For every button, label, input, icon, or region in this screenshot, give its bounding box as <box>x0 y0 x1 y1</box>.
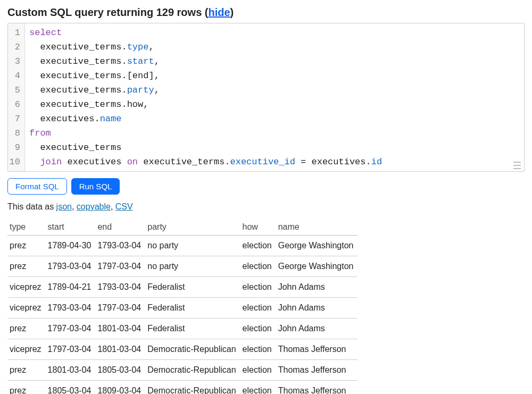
table-cell: election <box>240 256 276 277</box>
button-row: Format SQL Run SQL <box>7 178 525 195</box>
table-cell: 1805-03-04 <box>95 360 145 381</box>
export-copyable-link[interactable]: copyable <box>77 202 111 211</box>
table-cell: George Washington <box>276 236 358 256</box>
table-row: prez1793-03-041797-03-04no partyelection… <box>7 256 358 277</box>
run-sql-button[interactable]: Run SQL <box>71 178 120 195</box>
table-cell: election <box>240 339 276 360</box>
table-cell: 1797-03-04 <box>95 298 145 318</box>
table-row: prez1797-03-041801-03-04Federalistelecti… <box>7 318 358 339</box>
table-cell: election <box>240 298 276 318</box>
table-cell: George Washington <box>276 256 358 277</box>
export-csv-link[interactable]: CSV <box>115 202 133 211</box>
table-cell: 1805-03-04 <box>46 381 96 395</box>
table-cell: 1797-03-04 <box>95 256 145 277</box>
table-cell: 1793-03-04 <box>46 256 96 277</box>
table-row: prez1801-03-041805-03-04Democratic-Repub… <box>7 360 358 381</box>
table-header: type <box>7 219 46 236</box>
hide-link[interactable]: hide <box>208 6 230 18</box>
table-cell: Federalist <box>145 298 240 318</box>
format-sql-button[interactable]: Format SQL <box>7 178 67 195</box>
table-header: how <box>240 219 276 236</box>
table-cell: prez <box>7 318 46 339</box>
title-prefix: Custom SQL query returning 129 rows ( <box>7 6 208 18</box>
table-cell: John Adams <box>276 298 358 318</box>
table-cell: prez <box>7 256 46 277</box>
line-number: 3 <box>8 54 22 69</box>
table-header: end <box>95 219 145 236</box>
table-cell: no party <box>145 256 240 277</box>
title-suffix: ) <box>230 6 234 18</box>
table-cell: no party <box>145 236 240 256</box>
line-number: 1 <box>8 26 22 40</box>
table-cell: election <box>240 318 276 339</box>
table-cell: election <box>240 277 276 298</box>
resize-handle-icon[interactable] <box>513 162 521 169</box>
table-cell: prez <box>7 381 46 395</box>
table-cell: Federalist <box>145 318 240 339</box>
table-row: viceprez1793-03-041797-03-04Federalistel… <box>7 298 358 318</box>
line-number: 8 <box>8 126 22 140</box>
sql-code[interactable]: select executive_terms.type, executive_t… <box>8 23 524 171</box>
page-title: Custom SQL query returning 129 rows (hid… <box>7 6 525 19</box>
line-number: 9 <box>8 140 22 155</box>
table-cell: Democratic-Republican <box>145 339 240 360</box>
table-cell: viceprez <box>7 298 46 318</box>
table-row: prez1789-04-301793-03-04no partyelection… <box>7 236 358 256</box>
results-table: typestartendpartyhowname prez1789-04-301… <box>7 219 358 394</box>
table-cell: 1801-03-04 <box>46 360 96 381</box>
table-cell: viceprez <box>7 339 46 360</box>
table-header: name <box>276 219 358 236</box>
table-body: prez1789-04-301793-03-04no partyelection… <box>7 236 358 395</box>
table-cell: 1801-03-04 <box>95 318 145 339</box>
export-line: This data as json, copyable, CSV <box>7 202 525 212</box>
table-header-row: typestartendpartyhowname <box>7 219 358 236</box>
table-cell: election <box>240 236 276 256</box>
sql-editor[interactable]: 12345678910 select executive_terms.type,… <box>7 23 525 172</box>
line-gutter: 12345678910 <box>8 23 25 171</box>
table-row: viceprez1789-04-211793-03-04Federalistel… <box>7 277 358 298</box>
table-cell: Federalist <box>145 277 240 298</box>
table-cell: election <box>240 381 276 395</box>
table-cell: Democratic-Republican <box>145 360 240 381</box>
table-cell: Thomas Jefferson <box>276 381 358 395</box>
table-header: party <box>145 219 240 236</box>
table-row: prez1805-03-041809-03-04Democratic-Repub… <box>7 381 358 395</box>
table-cell: 1793-03-04 <box>95 277 145 298</box>
table-cell: 1789-04-21 <box>46 277 96 298</box>
table-cell: 1801-03-04 <box>95 339 145 360</box>
table-cell: Thomas Jefferson <box>276 360 358 381</box>
line-number: 6 <box>8 97 22 112</box>
table-cell: John Adams <box>276 277 358 298</box>
line-number: 7 <box>8 112 22 126</box>
table-cell: 1809-03-04 <box>95 381 145 395</box>
export-prefix: This data as <box>7 202 56 211</box>
table-header: start <box>46 219 96 236</box>
table-cell: 1797-03-04 <box>46 318 96 339</box>
table-cell: prez <box>7 236 46 256</box>
export-json-link[interactable]: json <box>56 202 72 211</box>
line-number: 10 <box>8 155 22 169</box>
table-cell: viceprez <box>7 277 46 298</box>
table-cell: 1789-04-30 <box>46 236 96 256</box>
table-cell: prez <box>7 360 46 381</box>
line-number: 4 <box>8 69 22 83</box>
table-cell: Democratic-Republican <box>145 381 240 395</box>
table-cell: Thomas Jefferson <box>276 339 358 360</box>
line-number: 5 <box>8 83 22 97</box>
table-cell: 1793-03-04 <box>95 236 145 256</box>
line-number: 2 <box>8 40 22 54</box>
table-cell: John Adams <box>276 318 358 339</box>
table-row: viceprez1797-03-041801-03-04Democratic-R… <box>7 339 358 360</box>
table-cell: 1797-03-04 <box>46 339 96 360</box>
table-cell: election <box>240 360 276 381</box>
table-cell: 1793-03-04 <box>46 298 96 318</box>
